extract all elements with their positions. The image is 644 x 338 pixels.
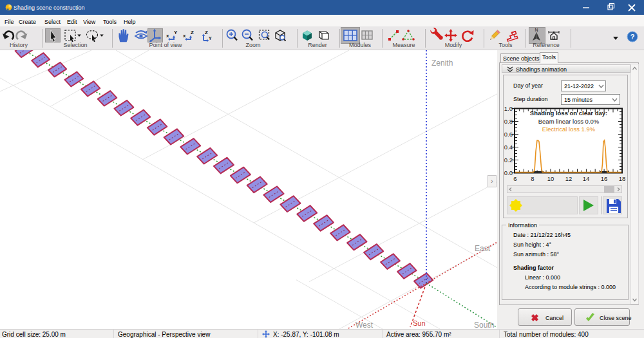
svg-text:14: 14: [583, 175, 590, 182]
svg-text:16: 16: [601, 175, 608, 182]
svg-text:Sun: Sun: [413, 319, 426, 327]
svg-text:10: 10: [547, 175, 554, 182]
svg-text:0.6: 0.6: [504, 131, 513, 138]
svg-text:0.8: 0.8: [504, 118, 513, 125]
svg-text:6: 6: [513, 175, 516, 182]
svg-text:18: 18: [619, 175, 626, 182]
svg-text:Z: Z: [191, 30, 194, 35]
svg-text:West: West: [355, 321, 374, 329]
svg-text:0.0: 0.0: [504, 169, 513, 176]
svg-text:?: ?: [630, 32, 635, 40]
svg-text:South: South: [474, 321, 494, 329]
svg-text:Y: Y: [174, 30, 178, 35]
svg-text:N: N: [535, 28, 538, 32]
svg-text:x: x: [166, 33, 169, 39]
svg-text:12: 12: [565, 175, 573, 182]
svg-text:8: 8: [531, 175, 534, 182]
svg-text:x: x: [183, 33, 186, 39]
svg-text:Electrical loss 1.9%: Electrical loss 1.9%: [542, 126, 596, 133]
svg-text:Beam linear loss 0.0%: Beam linear loss 0.0%: [538, 118, 600, 125]
svg-text:0.2: 0.2: [504, 156, 513, 164]
svg-text:East: East: [475, 244, 491, 253]
svg-text:0.4: 0.4: [504, 144, 513, 151]
svg-text:Zenith: Zenith: [431, 59, 453, 68]
svg-text:1.0: 1.0: [504, 105, 513, 112]
svg-text:Y: Y: [209, 36, 212, 41]
svg-text:Z: Z: [205, 30, 208, 35]
svg-text:Shading loss on clear day:: Shading loss on clear day:: [530, 109, 607, 117]
